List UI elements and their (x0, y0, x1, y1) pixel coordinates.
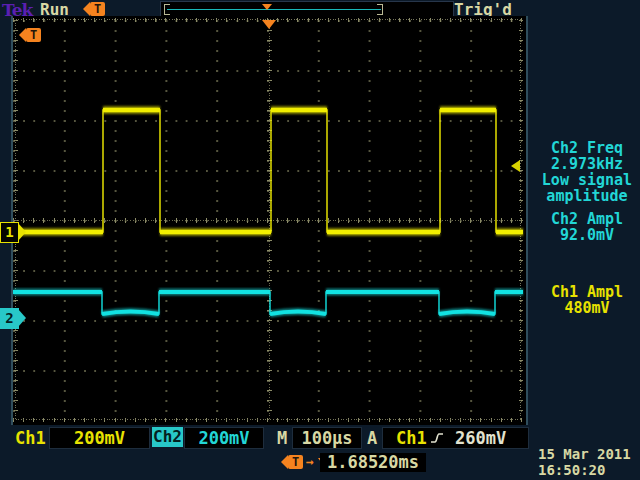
timebase-label: M (277, 428, 287, 448)
trigger-offscreen-left-icon: T (90, 2, 105, 16)
date-text: 15 Mar 2011 (538, 446, 631, 462)
ch2-scale-readout: 200mV (184, 427, 264, 449)
trigger-level-value: 260mV (455, 428, 506, 448)
ch2-marker-label: 2 (5, 310, 13, 326)
ch1-marker-arrow-icon (18, 223, 26, 241)
record-view-trigger-icon (262, 4, 272, 10)
ch1-scale-readout: 200mV (49, 427, 150, 449)
trigger-point-offscreen-icon: T (26, 28, 41, 42)
rising-edge-slope-icon (430, 432, 444, 444)
ch2-ground-marker: 2 (0, 308, 19, 329)
measurement-label: Ch2 Freq (534, 140, 640, 156)
trigger-readout: Ch1 260mV (382, 427, 529, 449)
measurement-warning-line1: Low signal (534, 172, 640, 188)
trigger-source: Ch1 (396, 428, 427, 448)
time-text: 16:50:20 (538, 462, 631, 478)
delay-arrow-icon: → (306, 454, 314, 469)
record-view-waveform-line (167, 9, 381, 10)
measurement-ch1-ampl: Ch1 Ampl 480mV (534, 284, 640, 316)
ch2-marker-arrow-icon (18, 309, 26, 327)
trigger-position-marker-icon (262, 20, 276, 29)
delay-time-readout: 1.68520ms (320, 453, 426, 472)
waveform-screen (11, 16, 528, 425)
measurement-label: Ch1 Ampl (534, 284, 640, 300)
ch1-channel-label: Ch1 (15, 428, 46, 448)
measurement-warning-line2: amplitude (534, 188, 640, 204)
delay-trigger-icon: T (288, 455, 303, 469)
measurement-value: 2.973kHz (534, 156, 640, 172)
waveform-svg (13, 16, 526, 425)
ch1-ground-marker: 1 (0, 222, 19, 243)
oscilloscope-display: Tek Run T Trig'd 1 2 T Ch2 Freq (0, 0, 640, 480)
measurement-value: 92.0mV (534, 227, 640, 243)
measurement-value: 480mV (534, 300, 640, 316)
ch1-marker-label: 1 (5, 224, 13, 240)
ch2-channel-badge: Ch2 (152, 427, 183, 447)
measurement-label: Ch2 Ampl (534, 211, 640, 227)
measurement-ch2-ampl: Ch2 Ampl 92.0mV (534, 211, 640, 243)
waveform-traces (13, 110, 523, 314)
measurement-ch2-freq: Ch2 Freq 2.973kHz Low signal amplitude (534, 140, 640, 204)
timebase-readout: 100µs (292, 427, 362, 449)
datetime-readout: 15 Mar 2011 16:50:20 (538, 446, 631, 478)
trigger-system-label: A (367, 428, 377, 448)
trigger-level-arrow-icon (511, 160, 520, 172)
